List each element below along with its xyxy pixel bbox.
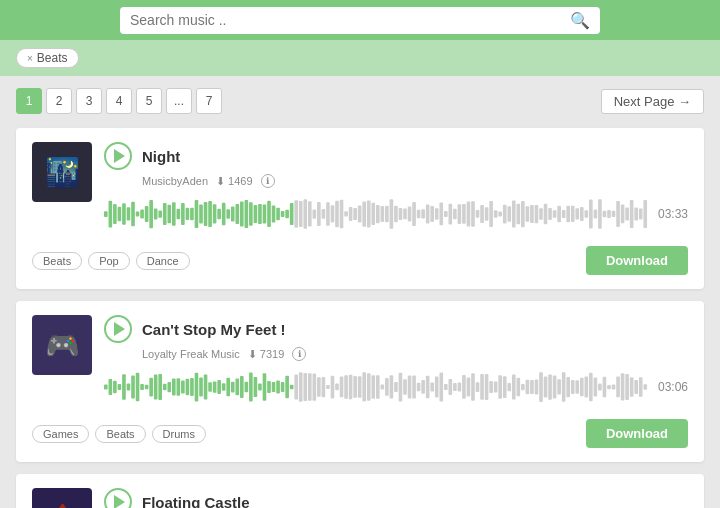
svg-rect-119 <box>643 200 647 228</box>
svg-rect-77 <box>453 209 457 219</box>
page-btn-ellipsis[interactable]: ... <box>166 88 192 114</box>
info-icon-night[interactable]: ℹ <box>261 174 275 188</box>
header: 🔍 <box>0 0 720 40</box>
svg-rect-124 <box>122 374 126 400</box>
track-header-floating-castle: Floating Castle <box>104 488 688 508</box>
svg-rect-135 <box>172 379 176 396</box>
tag-beats[interactable]: Beats <box>95 425 145 443</box>
play-button-floating-castle[interactable] <box>104 488 132 508</box>
svg-rect-191 <box>426 376 430 398</box>
svg-rect-23 <box>208 201 212 227</box>
download-button-night[interactable]: Download <box>586 246 688 275</box>
track-header-cant-stop: Can't Stop My Feet ! <box>104 315 688 343</box>
svg-rect-94 <box>530 205 534 223</box>
svg-rect-41 <box>290 203 294 225</box>
svg-rect-9 <box>145 206 149 222</box>
svg-rect-99 <box>553 210 557 217</box>
track-meta-cant-stop: Loyalty Freak Music ⬇ 7319 ℹ <box>142 347 688 361</box>
waveform-night[interactable] <box>104 198 648 230</box>
download-button-cant-stop[interactable]: Download <box>586 419 688 448</box>
svg-rect-214 <box>530 380 534 394</box>
svg-rect-155 <box>263 373 267 400</box>
track-title-night: Night <box>142 148 180 165</box>
filter-tag-label: Beats <box>37 51 68 65</box>
svg-rect-193 <box>435 376 439 397</box>
page-btn-7[interactable]: 7 <box>196 88 222 114</box>
svg-rect-235 <box>625 374 629 400</box>
track-thumbnail-night: 🌃 <box>32 142 92 202</box>
tag-dance[interactable]: Dance <box>136 252 190 270</box>
svg-rect-222 <box>566 377 570 397</box>
svg-rect-136 <box>177 378 181 396</box>
track-top: 🏰 Floating Castle Purrsle Cat ⬇ 7205 ℹ <box>32 488 688 508</box>
svg-rect-206 <box>494 381 498 392</box>
tag-pop[interactable]: Pop <box>88 252 130 270</box>
search-input[interactable] <box>130 12 570 28</box>
thumb-emoji: 🌃 <box>32 142 92 202</box>
tag-games[interactable]: Games <box>32 425 89 443</box>
track-bottom-night: BeatsPopDance Download <box>32 246 688 275</box>
download-count-icon: ⬇ <box>248 348 257 361</box>
svg-rect-183 <box>390 375 394 398</box>
svg-rect-164 <box>303 373 307 401</box>
svg-rect-127 <box>136 373 140 401</box>
svg-rect-125 <box>127 384 131 391</box>
next-page-button[interactable]: Next Page → <box>601 89 704 114</box>
svg-rect-180 <box>376 375 380 398</box>
svg-rect-195 <box>444 384 448 390</box>
search-button[interactable]: 🔍 <box>570 11 590 30</box>
svg-rect-218 <box>548 374 552 399</box>
svg-rect-2 <box>113 204 117 224</box>
svg-rect-139 <box>190 378 194 396</box>
svg-rect-81 <box>471 201 475 226</box>
svg-rect-192 <box>430 382 434 391</box>
track-card-floating-castle: 🏰 Floating Castle Purrsle Cat ⬇ 7205 ℹ <box>16 474 704 508</box>
track-title-cant-stop: Can't Stop My Feet ! <box>142 321 286 338</box>
track-downloads-night: ⬇ 1469 <box>216 175 252 188</box>
play-button-cant-stop[interactable] <box>104 315 132 343</box>
svg-rect-130 <box>149 378 153 397</box>
svg-rect-169 <box>326 385 330 389</box>
svg-rect-170 <box>331 376 335 399</box>
svg-rect-115 <box>625 208 629 221</box>
svg-rect-187 <box>408 375 412 398</box>
svg-rect-105 <box>580 207 584 221</box>
page-btn-5[interactable]: 5 <box>136 88 162 114</box>
svg-rect-30 <box>240 202 244 227</box>
page-btn-3[interactable]: 3 <box>76 88 102 114</box>
svg-rect-238 <box>639 377 643 397</box>
svg-rect-212 <box>521 384 525 390</box>
svg-rect-85 <box>489 201 493 227</box>
page-btn-2[interactable]: 2 <box>46 88 72 114</box>
info-icon-cant-stop[interactable]: ℹ <box>292 347 306 361</box>
svg-rect-194 <box>439 373 443 402</box>
svg-rect-53 <box>344 211 348 216</box>
waveform-cant-stop[interactable] <box>104 371 648 403</box>
filter-tag-beats[interactable]: × Beats <box>16 48 79 68</box>
svg-rect-35 <box>263 205 267 224</box>
track-bottom-cant-stop: GamesBeatsDrums Download <box>32 419 688 448</box>
tag-beats[interactable]: Beats <box>32 252 82 270</box>
svg-rect-165 <box>308 373 312 401</box>
play-button-night[interactable] <box>104 142 132 170</box>
svg-rect-24 <box>213 204 217 223</box>
page-btn-4[interactable]: 4 <box>106 88 132 114</box>
page-btn-1[interactable]: 1 <box>16 88 42 114</box>
svg-rect-71 <box>426 205 430 224</box>
svg-rect-168 <box>322 377 326 397</box>
svg-rect-144 <box>213 381 217 392</box>
svg-rect-126 <box>131 376 135 399</box>
svg-rect-133 <box>163 384 167 391</box>
svg-rect-196 <box>449 379 453 395</box>
track-downloads-cant-stop: ⬇ 7319 <box>248 348 284 361</box>
thumb-emoji: 🎮 <box>32 315 92 375</box>
svg-rect-36 <box>267 201 271 227</box>
svg-rect-173 <box>344 375 348 398</box>
svg-rect-215 <box>535 380 539 395</box>
svg-rect-10 <box>149 200 153 228</box>
tag-drums[interactable]: Drums <box>152 425 206 443</box>
svg-rect-86 <box>494 210 498 218</box>
svg-rect-45 <box>308 201 312 226</box>
svg-rect-211 <box>517 378 521 397</box>
track-card-cant-stop: 🎮 Can't Stop My Feet ! Loyalty Freak Mus… <box>16 301 704 462</box>
